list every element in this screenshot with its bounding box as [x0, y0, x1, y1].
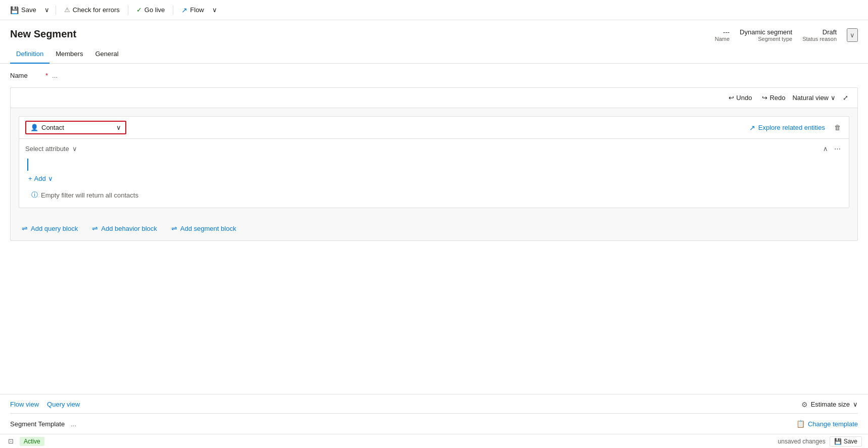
save-label: Save	[21, 6, 36, 14]
content-body: Name * ... ↩ Undo ↪ Redo Natural view ∨	[0, 64, 868, 394]
status-right: unsaved changes 💾 Save	[778, 436, 862, 446]
expand-button[interactable]: ⤢	[840, 92, 851, 104]
add-behavior-label: Add behavior block	[101, 225, 157, 232]
status-badge: Active	[20, 437, 44, 446]
estimate-icon: ⚙	[801, 401, 808, 409]
add-segment-label: Add segment block	[180, 225, 236, 232]
undo-button[interactable]: ↩ Undo	[726, 92, 755, 104]
flow-icon: ↗	[181, 6, 187, 14]
status-reason-meta: Draft Status reason	[802, 28, 837, 42]
bottom-tabs: Flow view Query view ⚙ Estimate size ∨	[10, 394, 858, 414]
expand-screen-button[interactable]: ⊡	[6, 436, 16, 446]
add-chevron-icon: ∨	[48, 175, 53, 182]
undo-label: Undo	[736, 94, 752, 102]
explore-label: Explore related entities	[758, 124, 825, 131]
save-button[interactable]: 💾 Save	[6, 4, 40, 16]
empty-filter-text: Empty filter will return all contacts	[41, 191, 138, 199]
delete-icon: 🗑	[834, 124, 841, 131]
status-save-icon: 💾	[834, 438, 842, 445]
go-live-button[interactable]: ✓ Go live	[132, 4, 169, 16]
add-query-label: Add query block	[31, 225, 78, 232]
select-attribute-dropdown[interactable]: Select attribute ∨	[25, 143, 77, 155]
contact-value: Contact	[41, 124, 113, 131]
go-live-label: Go live	[144, 6, 165, 14]
redo-button[interactable]: ↪ Redo	[759, 92, 788, 104]
segment-type-label: Segment type	[758, 36, 792, 42]
select-attribute-chevron-icon: ∨	[72, 145, 77, 153]
segment-block-icon: ⇌	[171, 224, 177, 232]
check-errors-label: Check for errors	[73, 6, 120, 14]
header-expand-button[interactable]: ∨	[847, 28, 858, 42]
estimate-chevron-icon: ∨	[853, 401, 858, 408]
save-dropdown-button[interactable]: ∨	[42, 4, 52, 16]
add-segment-block-button[interactable]: ⇌ Add segment block	[168, 222, 239, 234]
explore-icon: ↗	[749, 124, 755, 132]
name-field-label: Name	[10, 72, 40, 79]
tab-general[interactable]: General	[89, 46, 124, 64]
expand-screen-icon: ⊡	[8, 437, 14, 445]
go-live-icon: ✓	[136, 6, 142, 14]
redo-label: Redo	[769, 94, 785, 102]
flow-button[interactable]: ↗ Flow	[177, 4, 208, 16]
add-query-block-button[interactable]: ⇌ Add query block	[19, 222, 81, 234]
block-add-row: ⇌ Add query block ⇌ Add behavior block ⇌…	[11, 216, 857, 240]
filter-row: Select attribute ∨ ∧ ⋯	[25, 143, 843, 155]
segment-type-value: Dynamic segment	[740, 28, 792, 36]
builder-toolbar: ↩ Undo ↪ Redo Natural view ∨ ⤢	[11, 88, 857, 108]
template-value: ...	[71, 420, 76, 428]
text-cursor	[27, 159, 28, 171]
status-bar: ⊡ Active unsaved changes 💾 Save	[0, 434, 868, 448]
toolbar-divider-2	[128, 5, 128, 15]
bottom-tab-left: Flow view Query view	[10, 400, 80, 409]
filter-area: Select attribute ∨ ∧ ⋯	[19, 138, 849, 208]
template-row: Segment Template ... 📋 Change template	[10, 414, 858, 434]
change-template-label: Change template	[808, 420, 858, 428]
view-label: Natural view	[792, 94, 829, 102]
builder-panel: ↩ Undo ↪ Redo Natural view ∨ ⤢	[10, 87, 858, 241]
contact-selector[interactable]: 👤 Contact ∨	[25, 121, 126, 134]
query-view-tab[interactable]: Query view	[47, 400, 80, 409]
query-block-icon: ⇌	[22, 224, 28, 232]
check-errors-button[interactable]: ⚠ Check for errors	[60, 4, 124, 16]
contact-icon: 👤	[30, 124, 38, 131]
empty-filter-info: ⓘ Empty filter will return all contacts	[25, 186, 843, 204]
toolbar-divider-3	[173, 5, 173, 15]
unsaved-changes-text: unsaved changes	[778, 438, 826, 445]
name-form-row: Name * ...	[10, 72, 858, 79]
redo-icon: ↪	[762, 94, 767, 102]
change-template-button[interactable]: 📋 Change template	[796, 420, 858, 428]
info-icon: ⓘ	[31, 190, 38, 200]
query-block-header: 👤 Contact ∨ ↗ Explore related entities 🗑	[19, 117, 849, 138]
tab-definition[interactable]: Definition	[10, 46, 50, 64]
query-block: 👤 Contact ∨ ↗ Explore related entities 🗑	[19, 116, 849, 208]
segment-type-meta: Dynamic segment Segment type	[740, 28, 792, 42]
name-meta-label: Name	[715, 36, 730, 42]
delete-block-button[interactable]: 🗑	[832, 122, 843, 133]
template-left: Segment Template ...	[10, 420, 76, 428]
view-chevron-icon: ∨	[831, 94, 836, 102]
flow-view-tab[interactable]: Flow view	[10, 400, 39, 409]
view-select[interactable]: Natural view ∨	[792, 94, 836, 102]
page-title: New Segment	[10, 28, 76, 40]
page-header: New Segment --- Name Dynamic segment Seg…	[0, 20, 868, 46]
flow-label: Flow	[190, 6, 204, 14]
estimate-size-button[interactable]: ⚙ Estimate size ∨	[801, 401, 858, 409]
add-icon: +	[28, 175, 32, 182]
add-behavior-block-button[interactable]: ⇌ Add behavior block	[89, 222, 160, 234]
select-attribute-label: Select attribute	[25, 145, 69, 153]
tab-members[interactable]: Members	[50, 46, 89, 64]
main-area: New Segment --- Name Dynamic segment Seg…	[0, 20, 868, 434]
check-icon: ⚠	[64, 6, 70, 14]
change-template-icon: 📋	[796, 420, 805, 428]
bottom-panel: Flow view Query view ⚙ Estimate size ∨ S…	[0, 394, 868, 434]
add-condition-button[interactable]: + Add ∨	[25, 173, 56, 184]
status-reason-label: Status reason	[802, 36, 837, 42]
more-filter-button[interactable]: ⋯	[832, 144, 843, 154]
save-chevron-icon: ∨	[44, 6, 50, 14]
status-save-button[interactable]: 💾 Save	[830, 436, 862, 446]
undo-icon: ↩	[729, 94, 734, 102]
flow-dropdown-button[interactable]: ∨	[210, 4, 219, 16]
collapse-filter-button[interactable]: ∧	[821, 144, 830, 154]
explore-related-button[interactable]: ↗ Explore related entities	[746, 122, 828, 134]
toolbar: 💾 Save ∨ ⚠ Check for errors ✓ Go live ↗ …	[0, 0, 868, 20]
